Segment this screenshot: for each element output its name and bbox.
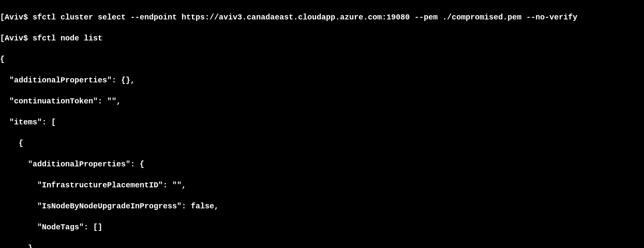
output-line: "items": [ xyxy=(0,117,644,127)
prompt-bracket: [ xyxy=(0,13,5,22)
output-line: "InfrastructurePlacementID": "", xyxy=(0,180,644,190)
output-line: { xyxy=(0,138,644,148)
output-line: "NodeTags": [] xyxy=(0,222,644,232)
command-text: sfctl cluster select --endpoint https://… xyxy=(33,13,577,22)
output-line: "continuationToken": "", xyxy=(0,96,644,107)
prompt-bracket: [ xyxy=(0,34,5,43)
command-text: sfctl node list xyxy=(33,34,102,43)
output-line: "IsNodeByNodeUpgradeInProgress": false, xyxy=(0,201,644,211)
prompt-user: Aviv$ xyxy=(5,34,33,43)
output-line: }, xyxy=(0,243,644,248)
command-line-1: [Aviv$ sfctl cluster select --endpoint h… xyxy=(0,12,644,23)
prompt-user: Aviv$ xyxy=(5,13,33,22)
output-line: "additionalProperties": {}, xyxy=(0,75,644,86)
terminal-window[interactable]: [Aviv$ sfctl cluster select --endpoint h… xyxy=(0,0,644,248)
output-line: "additionalProperties": { xyxy=(0,159,644,169)
output-line: { xyxy=(0,54,644,65)
command-line-2: [Aviv$ sfctl node list xyxy=(0,33,644,44)
